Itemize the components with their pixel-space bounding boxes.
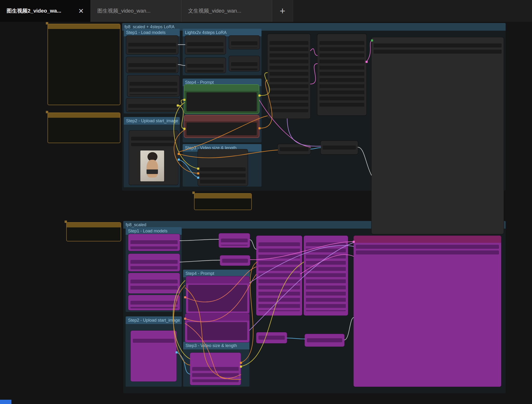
vae-decode-node[interactable]: [278, 144, 311, 154]
lora-strength-node[interactable]: [229, 36, 260, 49]
negative-prompt-node[interactable]: [185, 314, 249, 342]
connection-port[interactable]: [184, 318, 186, 320]
tab-text2video[interactable]: 文生视频_video_wan...: [181, 0, 272, 22]
new-workflow-button[interactable]: +: [272, 0, 293, 22]
model-loader-node[interactable]: [128, 254, 180, 271]
ksampler-node[interactable]: [304, 236, 348, 316]
connection-port[interactable]: [197, 177, 199, 179]
prompt-textarea[interactable]: [187, 322, 247, 340]
node-titlebar[interactable]: [48, 24, 120, 29]
connection-port[interactable]: [177, 104, 179, 107]
tab-image2video[interactable]: 图生视频_video_wan...: [91, 0, 181, 22]
video-size-node[interactable]: [198, 149, 248, 186]
ksampler-node[interactable]: [267, 34, 310, 119]
connection-port[interactable]: [240, 366, 242, 368]
node-titlebar[interactable]: [67, 223, 121, 227]
ksampler-node[interactable]: [256, 236, 302, 316]
node-widgets[interactable]: [222, 259, 248, 263]
vae-loader-node[interactable]: [128, 295, 180, 310]
node-widgets[interactable]: [374, 50, 502, 54]
node-widgets[interactable]: [131, 137, 176, 146]
prompt-textarea[interactable]: [188, 285, 247, 311]
lora-loader-node[interactable]: [185, 58, 226, 73]
close-icon[interactable]: ✕: [78, 7, 84, 15]
node-widgets[interactable]: [323, 145, 356, 150]
node-widgets[interactable]: [200, 167, 246, 184]
node-widgets[interactable]: [258, 336, 285, 340]
connection-port[interactable]: [197, 172, 199, 174]
node-widgets[interactable]: [320, 41, 364, 107]
node-widgets[interactable]: [356, 245, 499, 249]
node-widgets[interactable]: [128, 63, 176, 72]
load-image-node[interactable]: [131, 331, 176, 381]
lora-loader-node[interactable]: [185, 36, 226, 54]
node-widgets[interactable]: [192, 367, 239, 382]
connection-port[interactable]: [178, 158, 180, 161]
node-widgets[interactable]: [130, 260, 178, 269]
node-widgets[interactable]: [306, 242, 346, 311]
node-widgets[interactable]: [231, 41, 257, 48]
ksampler-node[interactable]: [317, 34, 366, 115]
node-widgets[interactable]: [374, 44, 502, 47]
connection-port[interactable]: [184, 296, 186, 298]
node-widgets[interactable]: [133, 339, 174, 343]
node-titlebar[interactable]: [184, 115, 259, 121]
node-widgets[interactable]: [280, 147, 308, 151]
node-widgets[interactable]: [221, 239, 248, 246]
model-patch-node[interactable]: [219, 233, 250, 248]
node-titlebar[interactable]: [194, 194, 251, 198]
node-widgets[interactable]: [269, 41, 308, 112]
node-titlebar[interactable]: [184, 85, 259, 91]
prompt-textarea[interactable]: [186, 92, 257, 111]
model-loader-node[interactable]: [126, 36, 178, 54]
node-widgets[interactable]: [187, 64, 224, 72]
node-titlebar[interactable]: [185, 314, 249, 321]
model-patch-node[interactable]: [220, 255, 250, 266]
node-titlebar[interactable]: [186, 276, 249, 284]
load-image-node[interactable]: [129, 131, 178, 185]
connection-port[interactable]: [258, 95, 261, 97]
connection-port[interactable]: [353, 241, 355, 243]
model-loader-node[interactable]: [128, 234, 180, 251]
negative-prompt-node[interactable]: [184, 115, 259, 138]
clip-loader-node[interactable]: [128, 273, 180, 293]
node-widgets[interactable]: [187, 42, 224, 53]
positive-prompt-node[interactable]: [184, 85, 259, 114]
video-preview-node[interactable]: [372, 37, 504, 234]
connection-port[interactable]: [371, 39, 373, 42]
connection-port[interactable]: [175, 351, 178, 354]
node-widgets[interactable]: [130, 240, 178, 249]
positive-prompt-node[interactable]: [186, 276, 249, 314]
clip-loader-node[interactable]: [127, 75, 179, 97]
video-size-node[interactable]: [190, 353, 241, 385]
connection-port[interactable]: [183, 128, 186, 130]
connection-port[interactable]: [240, 362, 242, 364]
node-widgets[interactable]: [258, 242, 300, 311]
connection-port[interactable]: [178, 153, 180, 155]
node-widgets[interactable]: [231, 62, 257, 70]
video-combine-node[interactable]: [305, 334, 344, 347]
node-widgets[interactable]: [130, 280, 178, 291]
model-loader-node[interactable]: [126, 57, 178, 73]
prompt-textarea[interactable]: [186, 122, 257, 135]
node-widgets[interactable]: [128, 104, 177, 111]
video-combine-node[interactable]: [321, 141, 358, 154]
note-node[interactable]: [66, 222, 121, 241]
node-widgets[interactable]: [128, 43, 176, 53]
lora-strength-node[interactable]: [229, 56, 260, 71]
node-widgets[interactable]: [307, 338, 342, 342]
graph-canvas[interactable]: fp8_scaled + 4steps LoRA Step1 - Load mo…: [0, 22, 532, 404]
tab-image2video-2[interactable]: 图生视频2_video_wa... ✕: [0, 0, 91, 22]
node-titlebar[interactable]: [48, 113, 120, 118]
node-widgets[interactable]: [129, 82, 177, 95]
connection-port[interactable]: [197, 168, 199, 170]
vae-decode-node[interactable]: [256, 332, 287, 343]
node-widgets[interactable]: [356, 250, 499, 254]
node-titlebar[interactable]: [354, 236, 501, 243]
connection-port[interactable]: [365, 61, 368, 63]
note-node[interactable]: [47, 24, 120, 105]
note-node[interactable]: [194, 193, 252, 210]
node-widgets[interactable]: [130, 301, 178, 308]
video-preview-node[interactable]: [354, 236, 501, 387]
vae-loader-node[interactable]: [126, 98, 179, 112]
